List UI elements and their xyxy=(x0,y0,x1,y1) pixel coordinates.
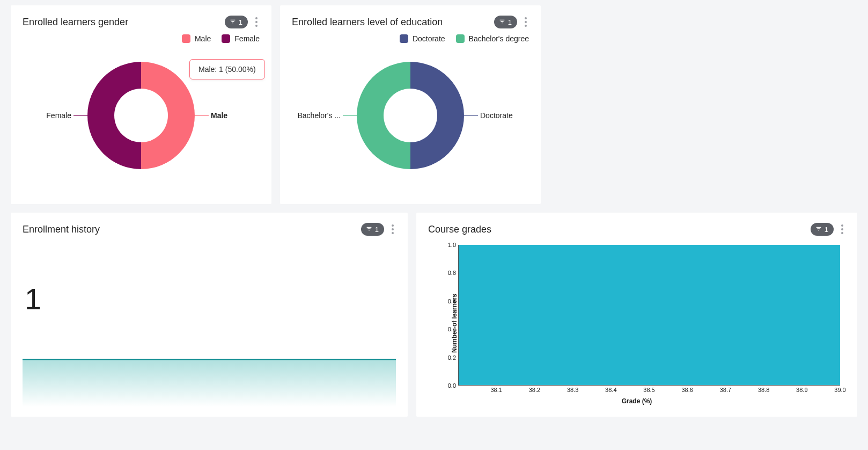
donut[interactable] xyxy=(87,62,195,169)
filter-pill[interactable]: 1 xyxy=(494,16,517,28)
y-ticks: 0.00.20.40.60.81.0 xyxy=(441,245,456,386)
filter-icon xyxy=(815,225,822,234)
legend-label: Male xyxy=(195,34,211,43)
leader-line xyxy=(464,115,478,116)
donut[interactable] xyxy=(357,62,464,169)
legend-item-bachelor[interactable]: Bachelor's degree xyxy=(456,34,529,43)
chart-tooltip: Male: 1 (50.00%) xyxy=(189,59,265,79)
legend-label: Female xyxy=(234,34,260,43)
card-header: Enrollment history 1 xyxy=(23,222,396,236)
filter-count: 1 xyxy=(239,19,242,26)
y-tick: 0.0 xyxy=(448,382,456,389)
card-actions: 1 xyxy=(494,15,529,29)
card-header: Course grades 1 xyxy=(428,222,845,236)
x-tick: 38.1 xyxy=(490,387,502,393)
card-grades: Course grades 1 Number of learners 0.00.… xyxy=(416,213,857,417)
card-title: Enrollment history xyxy=(23,224,100,235)
y-tick: 0.6 xyxy=(448,298,456,304)
card-gender: Enrolled learners gender 1 Male Female xyxy=(11,5,271,204)
filter-pill[interactable]: 1 xyxy=(361,223,384,236)
card-title: Enrolled learners level of education xyxy=(292,17,443,28)
svg-rect-0 xyxy=(23,360,396,407)
kebab-menu[interactable] xyxy=(389,222,396,236)
filter-count: 1 xyxy=(508,19,512,26)
legend-item-male[interactable]: Male xyxy=(182,34,211,43)
kebab-menu[interactable] xyxy=(523,15,529,29)
filter-pill[interactable]: 1 xyxy=(225,16,248,28)
card-title: Course grades xyxy=(428,224,491,235)
card-title: Enrolled learners gender xyxy=(23,17,128,28)
y-tick: 0.2 xyxy=(448,354,456,361)
x-tick: 38.8 xyxy=(758,387,769,393)
plot-area[interactable] xyxy=(458,245,840,386)
filter-count: 1 xyxy=(825,226,828,233)
x-tick: 38.3 xyxy=(567,387,578,393)
swatch xyxy=(400,34,408,43)
bar-chart-grades: Number of learners 0.00.20.40.60.81.0 38… xyxy=(428,243,845,404)
swatch xyxy=(222,34,230,43)
y-tick: 0.8 xyxy=(448,270,456,276)
slice-label-male: Male xyxy=(211,111,227,120)
x-ticks: 38.138.238.338.438.538.638.738.838.939.0 xyxy=(458,387,840,394)
card-history: Enrollment history 1 1 xyxy=(11,213,408,417)
card-header: Enrolled learners level of education 1 xyxy=(292,15,529,29)
filter-icon xyxy=(498,18,506,26)
leader-line xyxy=(73,115,87,116)
filter-pill[interactable]: 1 xyxy=(811,223,834,236)
kebab-menu[interactable] xyxy=(253,15,260,29)
card-education: Enrolled learners level of education 1 D… xyxy=(280,5,541,204)
history-value: 1 xyxy=(25,281,396,316)
x-tick: 38.5 xyxy=(643,387,654,393)
leader-line xyxy=(343,115,357,116)
slice-label-doctorate: Doctorate xyxy=(480,111,513,120)
legend: Doctorate Bachelor's degree xyxy=(292,34,529,43)
kebab-menu[interactable] xyxy=(839,222,845,236)
y-tick: 1.0 xyxy=(448,242,456,248)
swatch xyxy=(182,34,190,43)
legend-item-doctorate[interactable]: Doctorate xyxy=(400,34,445,43)
x-tick: 38.6 xyxy=(681,387,693,393)
x-axis-label: Grade (%) xyxy=(622,397,652,405)
legend-label: Bachelor's degree xyxy=(469,34,529,43)
legend-label: Doctorate xyxy=(413,34,445,43)
card-actions: 1 xyxy=(361,222,396,236)
donut-chart-education: Bachelor's ... Doctorate xyxy=(292,43,529,188)
history-sparkline xyxy=(23,359,396,407)
donut-chart-gender: Female Male Male: 1 (50.00%) xyxy=(23,43,260,188)
slice-label-female: Female xyxy=(46,111,71,120)
y-tick: 0.4 xyxy=(448,326,456,332)
swatch xyxy=(456,34,465,43)
filter-icon xyxy=(365,225,373,234)
filter-icon xyxy=(229,18,237,26)
legend-item-female[interactable]: Female xyxy=(222,34,260,43)
leader-line xyxy=(195,115,209,116)
x-tick: 38.2 xyxy=(529,387,540,393)
bar-fill xyxy=(459,245,840,385)
slice-label-bachelor: Bachelor's ... xyxy=(298,111,341,120)
legend: Male Female xyxy=(23,34,260,43)
card-actions: 1 xyxy=(225,15,260,29)
card-header: Enrolled learners gender 1 xyxy=(23,15,260,29)
x-tick: 38.4 xyxy=(605,387,616,393)
filter-count: 1 xyxy=(375,226,379,233)
x-tick: 38.7 xyxy=(720,387,731,393)
x-tick: 39.0 xyxy=(834,387,845,393)
card-actions: 1 xyxy=(811,222,845,236)
x-tick: 38.9 xyxy=(796,387,807,393)
